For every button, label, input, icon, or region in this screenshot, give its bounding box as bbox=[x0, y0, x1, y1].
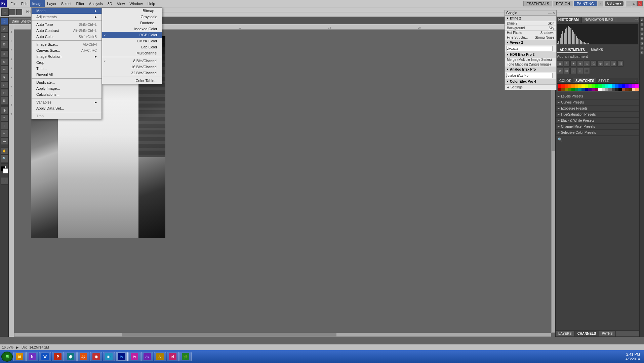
tool-eraser[interactable]: ◻ bbox=[1, 89, 8, 96]
window-minimize-btn[interactable]: — bbox=[626, 1, 631, 6]
foreground-background-colors[interactable] bbox=[1, 166, 8, 173]
swatch-9[interactable] bbox=[588, 84, 592, 88]
workspace-expand-btn[interactable]: » bbox=[598, 1, 603, 6]
status-arrow[interactable]: ▶ bbox=[16, 346, 19, 349]
tool-history[interactable]: ↩ bbox=[1, 81, 8, 89]
tool-pen[interactable]: ✒ bbox=[1, 114, 8, 122]
swatch-33[interactable] bbox=[605, 88, 608, 91]
menu-help[interactable]: Help bbox=[145, 0, 158, 7]
adj-exposure-icon[interactable]: ☀ bbox=[570, 61, 576, 67]
navigator-info-tab[interactable]: NAVIGATOR INFO bbox=[582, 17, 616, 23]
canvas-hscroll[interactable] bbox=[14, 333, 551, 337]
tool-crop[interactable]: ⊡ bbox=[1, 41, 8, 48]
essentials-btn[interactable]: ESSENTIALS bbox=[523, 1, 552, 6]
tool-clone[interactable]: ⎘ bbox=[1, 74, 8, 81]
style-tab[interactable]: STYLE bbox=[596, 78, 611, 83]
swatch-6[interactable] bbox=[578, 84, 581, 88]
menu-file[interactable]: File bbox=[8, 0, 19, 7]
tool-shape[interactable]: ▬ bbox=[1, 137, 8, 145]
swatch-13[interactable] bbox=[605, 84, 608, 88]
swatch-16[interactable] bbox=[618, 84, 622, 88]
plugin-settings-btn[interactable]: ◄ Settings bbox=[505, 84, 556, 90]
menu-calculations[interactable]: Calculations... bbox=[32, 91, 102, 97]
preset-curves[interactable]: ▶ Curves Presets bbox=[556, 99, 639, 106]
taskbar-photoshop-btn[interactable]: Ps bbox=[116, 352, 128, 361]
taskbar-greenapp-btn[interactable]: 🌿 bbox=[179, 352, 192, 361]
preset-selective[interactable]: ▶ Selective Color Presets bbox=[556, 130, 639, 136]
mode-bitmap[interactable]: Bitmap... bbox=[102, 8, 162, 14]
menu-analysis[interactable]: Analysis bbox=[87, 0, 105, 7]
swatches-tab[interactable]: SWATCHES bbox=[573, 78, 596, 83]
swatch-31[interactable] bbox=[595, 88, 598, 91]
hscroll-thumb[interactable] bbox=[122, 333, 336, 336]
swatch-8[interactable] bbox=[585, 84, 588, 88]
taskbar-word-btn[interactable]: W bbox=[39, 352, 51, 361]
menu-auto-tone[interactable]: Auto Tone Shift+Ctrl+L bbox=[32, 22, 102, 28]
adj-posterize-icon[interactable]: ▤ bbox=[564, 68, 570, 74]
taskbar-explorer-btn[interactable]: 📁 bbox=[13, 352, 26, 361]
swatch-37[interactable] bbox=[622, 88, 625, 91]
swatch-36[interactable] bbox=[615, 88, 618, 91]
swatch-green[interactable] bbox=[595, 84, 598, 88]
menu-layer[interactable]: Layer bbox=[45, 0, 59, 7]
swatch-white[interactable] bbox=[598, 88, 602, 91]
frp-btn8[interactable]: ▸ bbox=[640, 51, 644, 54]
swatch-38[interactable] bbox=[625, 88, 629, 91]
adj-gradient-icon[interactable]: ▭ bbox=[577, 68, 583, 74]
swatch-3[interactable] bbox=[568, 84, 571, 88]
preset-levels[interactable]: ▶ Levels Presets bbox=[556, 93, 639, 99]
frp-btn3[interactable]: ⊞ bbox=[640, 28, 644, 31]
menu-view[interactable]: View bbox=[115, 0, 127, 7]
tool-brush[interactable]: ✏ bbox=[1, 66, 8, 73]
swatch-40[interactable] bbox=[632, 88, 635, 91]
menu-image-size[interactable]: Image Size... Alt+Ctrl+I bbox=[32, 41, 102, 47]
menu-apply-data-set[interactable]: Apply Data Set... bbox=[32, 105, 102, 111]
swatch-magenta[interactable] bbox=[635, 84, 639, 88]
taskbar-media-btn[interactable]: ◉ bbox=[65, 352, 77, 361]
cs-live-btn[interactable]: CS Live ▾ bbox=[605, 1, 623, 6]
swatch-20[interactable] bbox=[558, 88, 561, 91]
swatch-17[interactable] bbox=[625, 84, 629, 88]
swatch-21[interactable] bbox=[561, 88, 565, 91]
paths-tab[interactable]: PATHS bbox=[599, 331, 615, 336]
swatch-25[interactable] bbox=[575, 88, 578, 91]
swatch-blue[interactable] bbox=[622, 84, 625, 88]
start-button[interactable]: ⊞ bbox=[1, 352, 13, 362]
mode-submenu[interactable]: Bitmap... Grayscale Duotone... Indexed C… bbox=[102, 7, 162, 84]
adj-selectivecolor-icon[interactable]: ⬛ bbox=[584, 68, 590, 74]
tool-hand[interactable]: ✋ bbox=[1, 147, 8, 155]
menu-reveal-all[interactable]: Reveal All bbox=[32, 72, 102, 78]
swatch-28[interactable] bbox=[585, 88, 588, 91]
swatch-29[interactable] bbox=[588, 88, 592, 91]
frp-btn6[interactable]: ◑ bbox=[640, 42, 644, 45]
swatch-1[interactable] bbox=[561, 84, 565, 88]
menu-trim[interactable]: Trim... bbox=[32, 66, 102, 72]
menu-variables[interactable]: Variables ▶ bbox=[32, 99, 102, 105]
plugin-analog-input[interactable] bbox=[506, 73, 553, 78]
histogram-expand-btn[interactable]: ≫ bbox=[633, 17, 639, 23]
mode-color-table[interactable]: Color Table... bbox=[102, 78, 162, 84]
plugin-viveza-input[interactable] bbox=[506, 46, 553, 51]
swatch-red[interactable] bbox=[558, 84, 561, 88]
tool-heal[interactable]: ⊕ bbox=[1, 58, 8, 66]
frp-btn4[interactable]: ⊟ bbox=[640, 32, 644, 36]
background-color[interactable] bbox=[3, 168, 8, 173]
adj-colorbalance-icon[interactable]: ⬡ bbox=[591, 61, 597, 67]
swatch-34[interactable] bbox=[608, 88, 612, 91]
swatch-23[interactable] bbox=[568, 88, 571, 91]
taskbar-app1-btn[interactable]: ◉ bbox=[90, 352, 102, 361]
window-maximize-btn[interactable]: □ bbox=[632, 1, 637, 6]
frp-btn5[interactable]: ☰ bbox=[640, 37, 644, 40]
taskbar-indesign-btn[interactable]: Id bbox=[167, 352, 179, 361]
taskbar-premiere-btn[interactable]: Pr bbox=[128, 352, 140, 361]
frp-btn7[interactable]: ⊸ bbox=[640, 46, 644, 50]
menu-auto-contrast[interactable]: Auto Contrast Alt+Shift+Ctrl+L bbox=[32, 28, 102, 34]
menu-image[interactable]: Image bbox=[30, 0, 45, 7]
menu-crop[interactable]: Crop bbox=[32, 59, 102, 66]
menu-select[interactable]: Select bbox=[59, 0, 74, 7]
menu-window[interactable]: Window bbox=[127, 0, 145, 7]
taskbar-bridge-btn[interactable]: Br bbox=[103, 352, 115, 361]
tool-lasso[interactable]: ⌀ bbox=[1, 25, 8, 33]
menu-canvas-size[interactable]: Canvas Size... Alt+Ctrl+C bbox=[32, 47, 102, 53]
mode-multichannel[interactable]: Multichannel bbox=[102, 50, 162, 56]
